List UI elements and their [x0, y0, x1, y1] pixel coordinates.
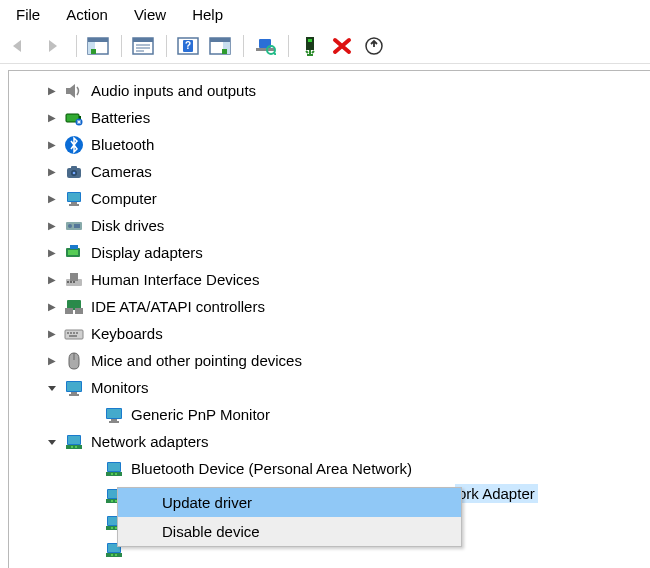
tree-label: Human Interface Devices	[89, 270, 261, 289]
tree-node-batteries[interactable]: ▶ Batteries	[15, 104, 650, 131]
scan-hardware-button[interactable]	[250, 33, 280, 59]
tree-node-bluetooth[interactable]: ▶ Bluetooth	[15, 131, 650, 158]
ctx-update-driver[interactable]: Update driver	[118, 488, 461, 517]
tree-label: Generic PnP Monitor	[129, 405, 272, 424]
ide-icon	[63, 296, 85, 318]
tree-node-bt-pan[interactable]: Bluetooth Device (Personal Area Network)	[15, 455, 650, 482]
network-adapter-icon	[63, 431, 85, 453]
svg-rect-1	[88, 38, 108, 42]
svg-rect-3	[91, 49, 96, 54]
svg-rect-59	[69, 394, 79, 396]
tree-node-keyboards[interactable]: ▶ Keyboards	[15, 320, 650, 347]
tree-label: Audio inputs and outputs	[89, 81, 258, 100]
forward-button[interactable]	[38, 33, 68, 59]
expand-icon[interactable]: ▶	[45, 111, 59, 125]
expand-icon[interactable]: ▶	[45, 138, 59, 152]
svg-rect-30	[71, 166, 77, 169]
monitor-icon	[63, 377, 85, 399]
toolbar-separator	[288, 35, 289, 57]
tree-node-computer[interactable]: ▶ Computer	[15, 185, 650, 212]
svg-rect-63	[109, 421, 119, 423]
svg-line-19	[274, 53, 276, 55]
tree-label: Computer	[89, 189, 159, 208]
expand-icon[interactable]: ▶	[45, 84, 59, 98]
svg-rect-57	[67, 382, 81, 391]
tree-label: Network adapters	[89, 432, 211, 451]
svg-rect-73	[115, 473, 117, 475]
svg-rect-70	[108, 463, 120, 471]
tree-label: Disk drives	[89, 216, 166, 235]
toolbar-separator	[121, 35, 122, 57]
svg-rect-66	[66, 445, 82, 449]
show-hide-tree-button[interactable]	[83, 33, 113, 59]
collapse-icon[interactable]	[45, 435, 59, 449]
svg-rect-77	[111, 500, 113, 502]
svg-rect-17	[256, 48, 274, 51]
svg-rect-72	[111, 473, 113, 475]
battery-icon	[63, 107, 85, 129]
menu-file[interactable]: File	[4, 4, 52, 25]
tree-label: Batteries	[89, 108, 152, 127]
tree-node-mice[interactable]: ▶ Mice and other pointing devices	[15, 347, 650, 374]
tree-node-generic-monitor[interactable]: Generic PnP Monitor	[15, 401, 650, 428]
svg-rect-45	[73, 281, 75, 283]
tree-label: Bluetooth	[89, 135, 156, 154]
spacer	[85, 543, 99, 557]
help-button[interactable]: ?	[173, 33, 203, 59]
svg-rect-34	[69, 204, 79, 206]
expand-icon[interactable]: ▶	[45, 246, 59, 260]
expand-icon[interactable]: ▶	[45, 354, 59, 368]
expand-icon[interactable]: ▶	[45, 327, 59, 341]
svg-rect-20	[306, 37, 314, 50]
tree-label: Bluetooth Device (Personal Area Network)	[129, 459, 414, 478]
menu-action[interactable]: Action	[54, 4, 120, 25]
context-menu: Update driver Disable device	[117, 487, 462, 547]
svg-rect-82	[111, 527, 113, 529]
svg-rect-71	[106, 472, 122, 476]
svg-rect-50	[67, 332, 69, 334]
update-driver-button[interactable]	[359, 33, 389, 59]
menu-help[interactable]: Help	[180, 4, 235, 25]
svg-rect-65	[68, 436, 80, 444]
svg-rect-37	[74, 224, 80, 228]
collapse-icon[interactable]	[45, 381, 59, 395]
disable-device-button[interactable]	[327, 33, 357, 59]
svg-rect-58	[71, 392, 77, 394]
tree-node-diskdrives[interactable]: ▶ Disk drives	[15, 212, 650, 239]
expand-icon[interactable]: ▶	[45, 219, 59, 233]
tree-node-hid[interactable]: ▶ Human Interface Devices	[15, 266, 650, 293]
computer-icon	[63, 188, 85, 210]
tree-label: Display adapters	[89, 243, 205, 262]
tree-label: Keyboards	[89, 324, 165, 343]
tree-node-monitors[interactable]: Monitors	[15, 374, 650, 401]
svg-rect-5	[133, 38, 153, 42]
svg-rect-21	[308, 39, 312, 42]
tree-node-ide[interactable]: ▶ IDE ATA/ATAPI controllers	[15, 293, 650, 320]
svg-rect-32	[68, 193, 80, 201]
svg-rect-52	[73, 332, 75, 334]
enable-device-button[interactable]	[295, 33, 325, 59]
tree-label: IDE ATA/ATAPI controllers	[89, 297, 267, 316]
svg-rect-53	[76, 332, 78, 334]
svg-rect-68	[75, 446, 77, 448]
disk-icon	[63, 215, 85, 237]
svg-rect-88	[115, 554, 117, 556]
expand-icon[interactable]: ▶	[45, 192, 59, 206]
properties-button[interactable]	[128, 33, 158, 59]
back-button[interactable]	[6, 33, 36, 59]
tree-label: Cameras	[89, 162, 154, 181]
action-pane-button[interactable]	[205, 33, 235, 59]
expand-icon[interactable]: ▶	[45, 165, 59, 179]
tree-label-partial: ork Adapter	[455, 484, 538, 503]
ctx-disable-device[interactable]: Disable device	[118, 517, 461, 546]
tree-node-audio[interactable]: ▶ Audio inputs and outputs	[15, 77, 650, 104]
tree-node-display[interactable]: ▶ Display adapters	[15, 239, 650, 266]
expand-icon[interactable]: ▶	[45, 300, 59, 314]
keyboard-icon	[63, 323, 85, 345]
menu-view[interactable]: View	[122, 4, 178, 25]
tree-node-cameras[interactable]: ▶ Cameras	[15, 158, 650, 185]
mouse-icon	[63, 350, 85, 372]
tree-node-network[interactable]: Network adapters	[15, 428, 650, 455]
toolbar-separator	[243, 35, 244, 57]
expand-icon[interactable]: ▶	[45, 273, 59, 287]
